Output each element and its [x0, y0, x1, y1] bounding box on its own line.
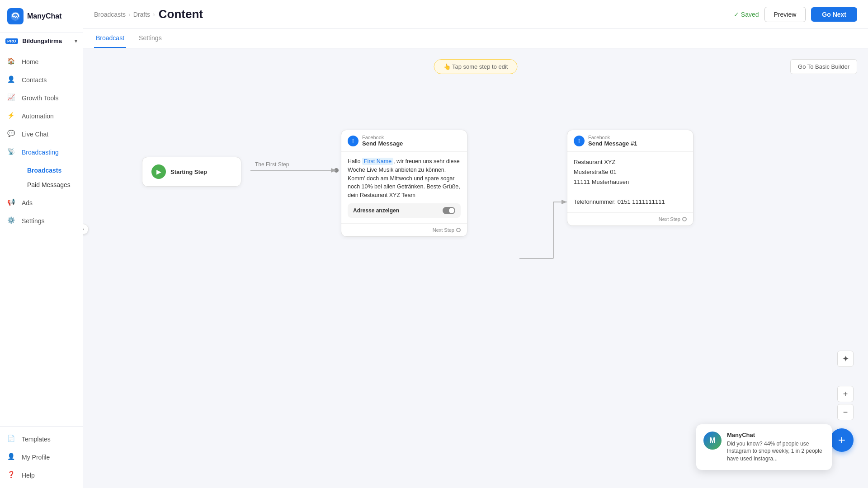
node-1-platform: Facebook	[362, 135, 403, 140]
topbar-actions: ✓ Saved Preview Go Next	[734, 7, 857, 22]
breadcrumb-area: Broadcasts › Drafts › Content	[94, 7, 203, 21]
sidebar-item-label: Automation	[22, 113, 54, 120]
next-step-1-label: Next Step	[433, 227, 461, 233]
logo-icon	[7, 8, 24, 24]
first-name-variable: First Name	[362, 158, 393, 165]
node-2-body: Restaurant XYZ Musterstraße 01 11111 Mus…	[567, 152, 693, 212]
account-name: Bildungsfirma	[23, 38, 71, 44]
first-step-connector-label: The First Step	[255, 161, 289, 168]
account-switcher[interactable]: PRO Bildungsfirma ▾	[0, 33, 83, 49]
chat-content: ManyChat Did you know? 44% of people use…	[727, 432, 825, 463]
node-2-address: Restaurant XYZ Musterstraße 01 11111 Mus…	[574, 157, 687, 207]
start-play-icon: ▶	[151, 164, 166, 179]
svg-point-2	[334, 168, 339, 173]
sidebar-item-live-chat[interactable]: 💬 Live Chat	[0, 125, 83, 143]
next-step-circle-1	[456, 228, 461, 232]
sidebar-item-automation[interactable]: ⚡ Automation	[0, 107, 83, 125]
ads-icon: 📢	[7, 198, 16, 207]
tools-panel: ✦	[837, 351, 854, 371]
sidebar-item-label: Broadcasting	[22, 149, 59, 156]
checkmark-icon: ✓	[734, 11, 739, 18]
zoom-in-button[interactable]: +	[837, 386, 854, 402]
sidebar-item-label: Settings	[22, 217, 45, 225]
topbar: Broadcasts › Drafts › Content ✓ Saved Pr…	[83, 0, 868, 29]
starting-step-label: Starting Step	[170, 169, 207, 175]
livechat-icon: 💬	[7, 130, 16, 139]
next-step-2-label: Next Step	[659, 216, 687, 222]
chat-text: Did you know? 44% of people use Instagra…	[727, 440, 825, 463]
sidebar-item-home[interactable]: 🏠 Home	[0, 53, 83, 71]
node-1-footer: Next Step	[341, 223, 467, 236]
breadcrumb-link-broadcasts[interactable]: Broadcasts	[94, 11, 126, 18]
breadcrumb-link-drafts[interactable]: Drafts	[133, 11, 150, 18]
sidebar-item-settings[interactable]: ⚙️ Settings	[0, 212, 83, 230]
main-content: Broadcasts › Drafts › Content ✓ Saved Pr…	[83, 0, 868, 488]
sidebar-item-templates[interactable]: 📄 Templates	[0, 430, 83, 448]
sidebar-collapse-button[interactable]: ›	[83, 224, 89, 235]
logo-area: ManyChat	[0, 0, 83, 33]
sidebar-item-label: My Profile	[22, 454, 50, 461]
sidebar-item-label: Help	[22, 472, 35, 479]
sidebar-item-contacts[interactable]: 👤 Contacts	[0, 71, 83, 89]
broadcasting-sub-nav: Broadcasts Paid Messages	[0, 161, 83, 194]
sidebar-item-label: Home	[22, 58, 38, 66]
tab-broadcast[interactable]: Broadcast	[94, 29, 126, 48]
node-2-title: Send Message #1	[588, 140, 637, 147]
next-step-circle-2	[682, 217, 687, 221]
hint-bubble: 👆 Tap some step to edit	[434, 59, 518, 74]
sidebar-item-my-profile[interactable]: 👤 My Profile	[0, 448, 83, 466]
templates-icon: 📄	[7, 435, 16, 444]
node-1-text: Hallo First Name, wir freuen uns sehr di…	[348, 157, 461, 200]
broadcasting-icon: 📡	[7, 148, 16, 157]
node-1-body: Hallo First Name, wir freuen uns sehr di…	[341, 152, 467, 223]
zoom-controls: + −	[837, 386, 854, 420]
node-1-title: Send Message	[362, 140, 403, 147]
logo-text: ManyChat	[27, 12, 61, 20]
starting-step-node[interactable]: ▶ Starting Step	[142, 157, 241, 187]
sidebar: ManyChat PRO Bildungsfirma ▾ 🏠 Home 👤 Co…	[0, 0, 83, 488]
sidebar-nav: 🏠 Home 👤 Contacts 📈 Growth Tools ⚡ Autom…	[0, 49, 83, 426]
saved-label: Saved	[741, 11, 759, 18]
quick-reply-button[interactable]: Adresse anzeigen	[348, 203, 461, 218]
sidebar-item-label: Templates	[22, 436, 51, 443]
facebook-icon-2: f	[574, 136, 585, 146]
flow-canvas: 👆 Tap some step to edit Go To Basic Buil…	[83, 48, 868, 488]
add-step-fab[interactable]: +	[830, 428, 854, 452]
tab-settings[interactable]: Settings	[137, 29, 164, 48]
sub-item-paid-messages[interactable]: Paid Messages	[22, 178, 83, 192]
zoom-out-button[interactable]: −	[837, 404, 854, 420]
sub-item-broadcasts[interactable]: Broadcasts	[22, 163, 83, 178]
flow-connectors	[83, 48, 868, 488]
growth-icon: 📈	[7, 94, 16, 103]
node-2-platform: Facebook	[588, 135, 637, 140]
magic-wand-button[interactable]: ✦	[837, 351, 854, 367]
preview-button[interactable]: Preview	[764, 7, 806, 22]
breadcrumb: Broadcasts › Drafts ›	[94, 11, 155, 18]
sidebar-item-label: Live Chat	[22, 131, 48, 138]
content-tabs: Broadcast Settings	[83, 29, 868, 48]
profile-icon: 👤	[7, 453, 16, 462]
quick-reply-label: Adresse anzeigen	[353, 207, 399, 214]
node-1-header: f Facebook Send Message	[341, 130, 467, 152]
saved-status: ✓ Saved	[734, 11, 759, 18]
breadcrumb-sep-2: ›	[153, 11, 155, 18]
chat-sender: ManyChat	[727, 432, 825, 438]
go-next-button[interactable]: Go Next	[811, 7, 857, 22]
sidebar-bottom: 📄 Templates 👤 My Profile ❓ Help	[0, 426, 83, 488]
send-message-1-node[interactable]: f Facebook Send Message Hallo First Name…	[341, 130, 467, 237]
sidebar-item-ads[interactable]: 📢 Ads	[0, 194, 83, 212]
sidebar-item-help[interactable]: ❓ Help	[0, 466, 83, 484]
breadcrumb-sep-1: ›	[128, 11, 131, 18]
go-basic-builder-button[interactable]: Go To Basic Builder	[790, 59, 857, 74]
send-message-2-node[interactable]: f Facebook Send Message #1 Restaurant XY…	[567, 130, 693, 226]
node-2-footer: Next Step	[567, 212, 693, 225]
sidebar-item-label: Growth Tools	[22, 94, 58, 102]
chevron-down-icon: ▾	[75, 38, 77, 44]
automation-icon: ⚡	[7, 112, 16, 121]
chat-popup: M ManyChat Did you know? 44% of people u…	[696, 424, 832, 470]
chat-avatar: M	[703, 432, 722, 450]
sidebar-item-broadcasting[interactable]: 📡 Broadcasting	[0, 143, 83, 161]
fab-plus-icon: +	[838, 433, 845, 447]
sidebar-item-growth-tools[interactable]: 📈 Growth Tools	[0, 89, 83, 107]
sidebar-item-label: Contacts	[22, 76, 47, 84]
